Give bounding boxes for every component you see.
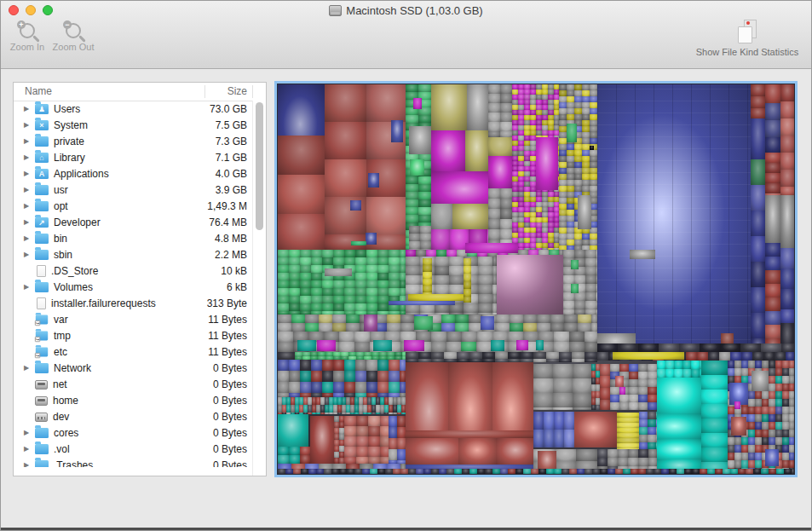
table-row[interactable]: ▶dev0 Bytes [14,408,252,424]
table-row[interactable]: ▶.DS_Store10 kB [14,263,252,279]
treemap-block [780,248,794,268]
disclosure-triangle-icon[interactable]: ▶ [24,105,34,113]
table-row[interactable]: ▶sbin2.2 MB [14,246,252,263]
treemap-block [512,100,518,105]
treemap-block [512,141,518,146]
table-row[interactable]: ▶net0 Bytes [14,376,252,392]
table-row[interactable]: ▶↪etc11 Bytes [14,343,252,360]
treemap-block [590,234,597,240]
treemap-block [406,294,420,303]
disclosure-triangle-icon[interactable]: ▶ [24,186,34,193]
disclosure-triangle-icon[interactable]: ▶ [24,461,34,467]
table-row[interactable]: ▶cores0 Bytes [14,424,252,441]
treemap-block [597,84,751,352]
treemap-block [582,180,590,186]
treemap-block [518,228,524,233]
treemap-block [457,470,467,474]
treemap-block [692,469,700,474]
table-row[interactable]: ▶Developer76.4 MB [14,214,252,230]
treemap-block [318,356,325,360]
treemap-block [389,250,400,257]
treemap-block [548,243,554,248]
treemap-block [408,122,410,159]
zoom-in-label: Zoom In [8,42,47,52]
table-row[interactable]: ▶Users73.0 GB [14,101,252,117]
treemap-block [477,342,492,352]
treemap-block [775,430,782,437]
table-row[interactable]: ▶↪tmp11 Bytes [14,327,252,343]
disclosure-triangle-icon[interactable]: ▶ [24,170,34,177]
table-row[interactable]: ▶.vol0 Bytes [14,441,252,457]
scrollbar[interactable] [252,101,266,476]
treemap-block [769,460,775,468]
treemap-block [590,102,597,108]
treemap-block [741,407,748,414]
treemap-block [518,161,524,166]
treemap-block [418,352,431,359]
treemap-block [289,371,300,382]
table-row[interactable]: ▶home0 Bytes [14,392,252,408]
treemap-block [542,125,548,130]
treemap-block [762,384,769,391]
table-row[interactable]: ▶installer.failurerequests313 Byte [14,295,252,311]
file-size: 11 Bytes [208,314,252,326]
treemap-block [478,313,492,315]
treemap-block [406,130,418,138]
table-row[interactable]: ▶usr3.9 GB [14,182,252,198]
show-file-kind-statistics-button[interactable]: Show File Kind Statistics [688,20,806,57]
treemap-block [567,281,574,287]
treemap-block [780,268,794,289]
treemap-block [344,371,355,382]
treemap-block [741,460,748,468]
file-size: 0 Bytes [213,395,252,407]
disclosure-triangle-icon[interactable]: ▶ [24,445,34,453]
treemap-block [769,361,775,368]
table-row[interactable]: ▶Applications4.0 GB [14,165,252,182]
treemap-block [619,402,629,410]
treemap-block [596,364,600,371]
treemap-block [762,399,769,407]
table-row[interactable]: ▶↪var11 Bytes [14,311,252,327]
disclosure-triangle-icon[interactable]: ▶ [24,251,34,258]
column-header-name[interactable]: Name [25,85,52,97]
zoom-in-button[interactable]: + Zoom In [8,20,47,52]
treemap-block [564,323,578,332]
disclosure-triangle-icon[interactable]: ▶ [24,429,34,436]
treemap-block [769,399,775,407]
scrollbar-thumb[interactable] [256,102,263,230]
column-header-size[interactable]: Size [227,85,247,97]
table-row[interactable]: ▶.Trashes0 Bytes [14,457,252,467]
table-row[interactable]: ▶private7.3 GB [14,133,252,149]
table-row[interactable]: ▶Volumes6 kB [14,279,252,295]
treemap-block [789,407,794,414]
treemap-block [377,257,389,265]
disclosure-triangle-icon[interactable]: ▶ [24,364,34,372]
treemap-block [542,105,548,110]
file-size: 0 Bytes [213,378,252,390]
treemap-block [559,299,567,305]
table-row[interactable]: ▶opt1,49.3 M [14,198,252,214]
disclosure-triangle-icon[interactable]: ▶ [24,153,34,161]
table-row[interactable]: ▶Network0 Bytes [14,360,252,376]
disclosure-triangle-icon[interactable]: ▶ [24,218,34,226]
disclosure-triangle-icon[interactable]: ▶ [24,234,34,242]
disclosure-triangle-icon[interactable]: ▶ [24,202,34,210]
zoom-out-button[interactable]: − Zoom Out [49,20,97,52]
treemap-block [512,166,518,171]
table-row[interactable]: ▶bin4.8 MB [14,230,252,246]
treemap-block [656,419,657,427]
table-row[interactable]: ▶System7.5 GB [14,117,252,133]
treemap[interactable] [274,81,798,477]
treemap-block [559,102,567,108]
disclosure-triangle-icon[interactable]: ▶ [24,121,34,129]
treemap-block [765,173,780,183]
treemap-block [590,150,597,156]
treemap-block [406,352,418,359]
disclosure-triangle-icon[interactable]: ▶ [24,137,34,145]
table-row[interactable]: ▶Library7.1 GB [14,149,252,165]
treemap-block [300,371,311,382]
disclosure-triangle-icon[interactable]: ▶ [24,283,34,291]
treemap-block [567,347,574,352]
treemap-block [528,250,538,257]
treemap-block [617,433,639,438]
